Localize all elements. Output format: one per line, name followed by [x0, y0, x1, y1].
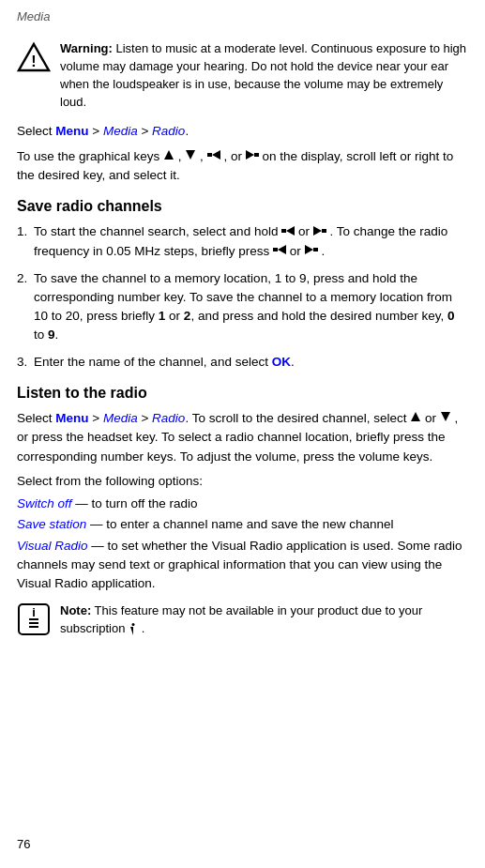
section1-list: 1. To start the channel search, select a… — [17, 222, 468, 371]
svg-rect-15 — [313, 248, 318, 251]
section1-heading: Save radio channels — [17, 198, 468, 215]
svg-rect-7 — [254, 153, 259, 157]
select-menu-line: Select Menu > Media > Radio. — [17, 122, 468, 141]
svg-text:i: i — [32, 605, 36, 619]
item2-num: 2. — [17, 269, 27, 288]
svg-marker-2 — [164, 150, 174, 160]
note-icon-inline — [129, 621, 142, 635]
note-content: This feature may not be available in you… — [60, 603, 422, 635]
triangle-down-2-icon — [440, 409, 451, 428]
bold-2: 2 — [184, 309, 191, 323]
svg-marker-23 — [130, 627, 133, 635]
option-save-station: Save station — to enter a channel name a… — [17, 515, 468, 534]
arrow-left-3-icon — [273, 242, 286, 261]
page-header: Media — [0, 0, 485, 27]
note-text: Note: This feature may not be available … — [60, 602, 468, 638]
warning-content: Listen to music at a moderate level. Con… — [60, 41, 466, 109]
select-suffix: . — [185, 124, 189, 138]
arrow-left-2-icon — [281, 223, 295, 242]
sep1: > — [89, 124, 103, 138]
bold-1: 1 — [159, 309, 166, 323]
warning-bold: Warning: — [60, 41, 113, 55]
graphical-keys-line: To use the graphical keys , , , or on th… — [17, 147, 468, 186]
ok-link[interactable]: OK — [272, 355, 291, 369]
arrow-left-icon — [207, 147, 220, 166]
svg-rect-13 — [273, 248, 278, 251]
warning-box: ! Warning: Listen to music at a moderate… — [17, 40, 468, 111]
select-prefix: Select — [17, 124, 55, 138]
list-item-2: 2. To save the channel to a memory locat… — [17, 269, 468, 345]
media-link-2[interactable]: Media — [103, 411, 138, 425]
switch-off-link[interactable]: Switch off — [17, 496, 72, 510]
menu-link-2[interactable]: Menu — [55, 411, 88, 425]
radio-link[interactable]: Radio — [152, 124, 185, 138]
note-bold: Note: — [60, 603, 91, 617]
section2-select-line: Select Menu > Media > Radio. To scroll t… — [17, 409, 468, 466]
radio-link-2[interactable]: Radio — [152, 411, 185, 425]
arrow-right-2-icon — [313, 223, 326, 242]
options-label: Select from the following options: — [17, 472, 468, 491]
svg-marker-8 — [286, 226, 295, 236]
switch-off-text: — to turn off the radio — [72, 496, 198, 510]
bold-4: 9 — [48, 327, 55, 342]
note-icon: i — [17, 602, 51, 639]
svg-marker-17 — [441, 412, 450, 421]
arrow-right-3-icon — [305, 242, 318, 261]
svg-rect-24 — [132, 623, 135, 626]
item1-num: 1. — [17, 222, 27, 241]
media-link[interactable]: Media — [103, 124, 138, 138]
svg-marker-14 — [305, 245, 313, 254]
option-visual-radio: Visual Radio — to set whether the Visual… — [17, 537, 468, 594]
svg-marker-12 — [278, 245, 286, 254]
svg-text:!: ! — [31, 53, 36, 69]
svg-marker-16 — [411, 412, 420, 421]
visual-radio-link[interactable]: Visual Radio — [17, 539, 88, 553]
arrow-right-icon — [246, 147, 259, 166]
svg-rect-11 — [322, 229, 326, 233]
section2-heading: Listen to the radio — [17, 385, 468, 402]
list-item-1: 1. To start the channel search, select a… — [17, 222, 468, 261]
save-station-text: — to enter a channel name and save the n… — [86, 517, 393, 531]
svg-marker-10 — [313, 226, 322, 236]
save-station-link[interactable]: Save station — [17, 517, 86, 531]
menu-link[interactable]: Menu — [55, 124, 88, 138]
item3-num: 3. — [17, 353, 27, 372]
triangle-down-icon — [185, 147, 196, 166]
svg-marker-6 — [246, 150, 254, 160]
note-box: i Note: This feature may not be availabl… — [17, 602, 468, 639]
warning-text: Warning: Listen to music at a moderate l… — [60, 40, 468, 111]
svg-marker-3 — [186, 150, 195, 160]
option-switch-off: Switch off — to turn off the radio — [17, 495, 468, 513]
svg-rect-9 — [281, 229, 286, 233]
list-item-3: 3. Enter the name of the channel, and se… — [17, 353, 468, 372]
warning-icon: ! — [17, 40, 51, 77]
bold-3: 0 — [447, 309, 455, 323]
page-footer: 76 — [17, 837, 30, 851]
svg-rect-5 — [207, 153, 212, 157]
sep2: > — [138, 124, 152, 138]
triangle-up-2-icon — [410, 409, 421, 428]
svg-marker-4 — [212, 150, 220, 160]
triangle-up-icon — [163, 147, 174, 166]
